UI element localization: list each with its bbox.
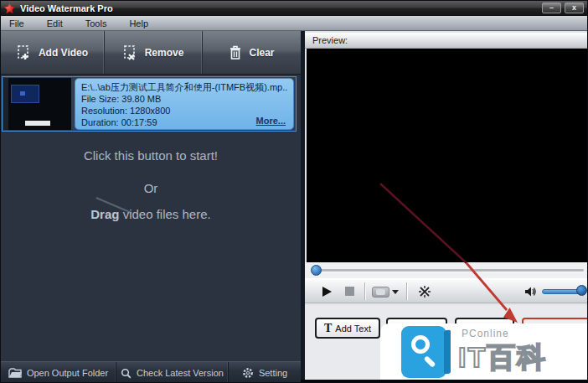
add-video-button[interactable]: Add Video: [1, 31, 105, 74]
magnifier-handle-icon: [424, 355, 436, 368]
search-icon: [121, 368, 132, 379]
watermark-title: IT百科: [458, 339, 547, 377]
magnifier-lens-icon: [411, 335, 430, 354]
preview-header: Preview:: [305, 33, 588, 49]
clear-label: Clear: [249, 47, 274, 59]
setting-label: Setting: [259, 368, 287, 378]
add-video-label: Add Video: [39, 47, 88, 59]
status-bar: Open Output Folder Check Latest Version …: [1, 361, 301, 383]
gear-icon: [242, 367, 254, 379]
play-button[interactable]: [322, 287, 332, 297]
hint-line-2: Or: [1, 181, 301, 195]
check-latest-version-label: Check Latest Version: [137, 368, 224, 378]
window-bottom-edge: [301, 380, 588, 383]
volume-knob[interactable]: [576, 285, 587, 296]
pconline-logo-icon: [401, 326, 446, 378]
remove-icon: [123, 44, 138, 61]
clear-trash-icon: [229, 44, 242, 60]
left-pane: Add Video Remove Clear: [1, 31, 301, 383]
remove-label: Remove: [145, 47, 184, 59]
app-window: Video Watermark Pro – x File Edit Tools …: [0, 0, 588, 383]
add-text-button[interactable]: T Add Text: [315, 318, 380, 339]
stop-button[interactable]: [345, 287, 354, 296]
video-info-box: E:\..\ab压力测试工具简介和使用-(ITMFB视频).mp.. File …: [75, 78, 294, 130]
text-t-icon: T: [324, 322, 332, 335]
snapshot-dropdown-icon[interactable]: [392, 290, 399, 294]
menu-edit[interactable]: Edit: [47, 18, 63, 28]
effects-sparkle-icon[interactable]: [417, 284, 432, 299]
menu-tools[interactable]: Tools: [85, 18, 107, 28]
pconline-watermark: PConline IT百科: [380, 323, 588, 380]
toolbar: Add Video Remove Clear: [1, 31, 301, 75]
divider: [364, 282, 365, 300]
add-text-label: Add Text: [335, 323, 371, 334]
setting-button[interactable]: Setting: [229, 362, 301, 383]
menu-file[interactable]: File: [9, 18, 24, 28]
video-filename: E:\..\ab压力测试工具简介和使用-(ITMFB视频).mp..: [81, 81, 287, 93]
remove-button[interactable]: Remove: [105, 31, 203, 74]
hint-line-1: Click this button to start!: [1, 148, 301, 163]
snapshot-button[interactable]: [372, 287, 389, 298]
check-latest-version-button[interactable]: Check Latest Version: [116, 362, 229, 383]
watermark-brand: PConline: [462, 328, 509, 339]
preview-label: Preview:: [312, 35, 348, 45]
video-list-item-selected[interactable]: E:\..\ab压力测试工具简介和使用-(ITMFB视频).mp.. File …: [2, 76, 297, 132]
menu-help[interactable]: Help: [129, 18, 148, 28]
window-title: Video Watermark Pro: [20, 3, 113, 13]
minimize-button[interactable]: –: [542, 3, 561, 13]
seek-bar[interactable]: [305, 262, 588, 278]
open-output-folder-label: Open Output Folder: [27, 368, 108, 378]
more-link[interactable]: More...: [256, 115, 286, 127]
hint-line-3: Drag video files here.: [1, 207, 301, 221]
video-file-size: File Size: 39.80 MB: [81, 93, 287, 105]
menu-bar: File Edit Tools Help: [1, 16, 588, 31]
close-button[interactable]: x: [565, 3, 584, 13]
seek-track: [312, 269, 584, 272]
folder-icon: [8, 368, 22, 378]
open-output-folder-button[interactable]: Open Output Folder: [1, 362, 116, 383]
video-thumbnail: [3, 78, 71, 130]
video-list: E:\..\ab压力测试工具简介和使用-(ITMFB视频).mp.. File …: [1, 75, 301, 361]
video-preview: [307, 49, 587, 262]
title-bar: Video Watermark Pro – x: [1, 1, 588, 16]
speaker-icon[interactable]: [524, 285, 537, 298]
clear-button[interactable]: Clear: [203, 31, 301, 74]
seek-knob[interactable]: [311, 265, 322, 276]
app-logo-icon: [4, 3, 15, 14]
add-video-icon: [17, 44, 32, 61]
drop-hint: Click this button to start! Or Drag vide…: [1, 148, 301, 221]
playback-controls: [305, 278, 588, 303]
divider: [406, 282, 407, 300]
